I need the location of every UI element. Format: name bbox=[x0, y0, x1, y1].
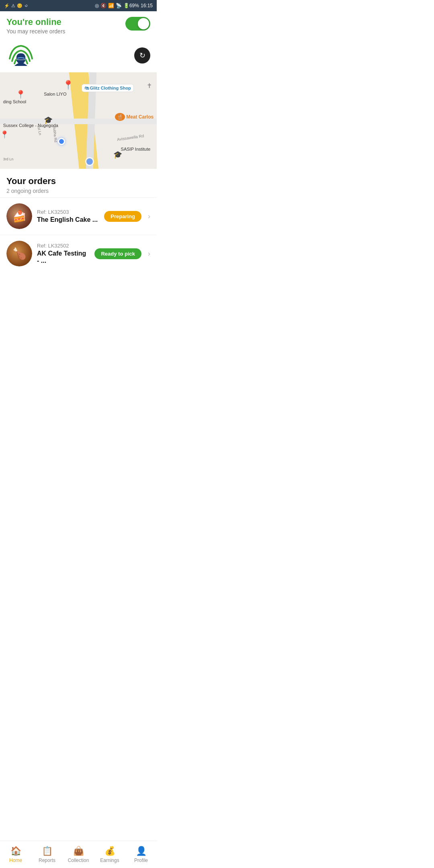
salon-liyo-label: Salon LIYO bbox=[44, 92, 66, 96]
face-icon: 😊 bbox=[17, 3, 23, 8]
refresh-icon: ↻ bbox=[139, 51, 145, 60]
orders-subtitle: 2 ongoing orders bbox=[6, 188, 150, 194]
order-image-2: 🍗 bbox=[6, 241, 32, 266]
current-location-dot bbox=[58, 138, 65, 145]
order-info-2: Ref: LK32502 AK Cafe Testing - ... bbox=[37, 243, 90, 264]
orders-section: Your orders 2 ongoing orders bbox=[0, 169, 157, 197]
toggle-knob bbox=[138, 18, 149, 29]
order-ref-1: Ref: LK32503 bbox=[37, 209, 99, 215]
meat-carlos-label: 🍴 Meat Carlos bbox=[115, 113, 154, 121]
order-arrow-1[interactable]: › bbox=[148, 212, 150, 221]
refresh-button[interactable]: ↻ bbox=[134, 47, 150, 63]
location-icon: ◎ bbox=[95, 3, 99, 8]
header-row2: ↻ bbox=[0, 39, 157, 72]
order-arrow-2[interactable]: › bbox=[148, 250, 150, 258]
orders-title: Your orders bbox=[6, 176, 150, 186]
warning-icon: ⚠ bbox=[11, 3, 15, 8]
status-bar: ⚡ ⚠ 😊 ꩜ ◎ 🔇 📶 📡 🔋69% 16:15 bbox=[0, 0, 157, 11]
status-right-icons: ◎ 🔇 📶 📡 🔋69% 16:15 bbox=[95, 3, 153, 8]
status-left-icons: ⚡ ⚠ 😊 ꩜ bbox=[4, 3, 29, 8]
map-background: Salon LIYO ding School Sussex College - … bbox=[0, 72, 157, 169]
signal-rings-icon bbox=[6, 39, 35, 68]
order-name-2: AK Cafe Testing - ... bbox=[37, 250, 90, 264]
food-image-cake: 🍰 bbox=[6, 203, 32, 229]
usb-icon: ⚡ bbox=[4, 3, 10, 8]
order-info-1: Ref: LK32503 The English Cake ... bbox=[37, 209, 99, 223]
cap-pin: 🎓 bbox=[44, 116, 53, 125]
order-name-1: The English Cake ... bbox=[37, 216, 99, 223]
order-status-2[interactable]: Ready to pick bbox=[94, 248, 141, 259]
toggle-container[interactable] bbox=[125, 17, 150, 31]
order-status-1[interactable]: Preparing bbox=[104, 211, 141, 222]
subha-rd-label: Subha Rd bbox=[52, 126, 57, 142]
glitz-icon: 🛍 bbox=[84, 86, 89, 90]
third-ln-label: 3rd Ln bbox=[3, 157, 14, 161]
secondary-location-dot bbox=[85, 157, 94, 166]
online-toggle[interactable] bbox=[125, 17, 150, 31]
avissawella-label: Avissawella Rd bbox=[117, 133, 144, 141]
food-image-cafe: 🍗 bbox=[6, 241, 32, 266]
map-pin-top: 📍 bbox=[63, 80, 74, 90]
battery-icon: 🔋69% bbox=[123, 3, 139, 8]
map-pin-left: 📍 bbox=[16, 90, 26, 99]
order-card-1[interactable]: 🍰 Ref: LK32503 The English Cake ... Prep… bbox=[0, 197, 157, 235]
online-status-left: You're online You may receive orders bbox=[6, 17, 66, 35]
fingerprint-icon: ꩜ bbox=[24, 3, 29, 8]
online-subtitle: You may receive orders bbox=[6, 28, 66, 35]
order-card-2[interactable]: 🍗 Ref: LK32502 AK Cafe Testing - ... Rea… bbox=[0, 235, 157, 272]
glitz-label: 🛍 Glitz Clothing Shop bbox=[82, 84, 134, 92]
food-marker-icon: 🍴 bbox=[115, 113, 125, 121]
map-container[interactable]: Salon LIYO ding School Sussex College - … bbox=[0, 72, 157, 169]
cross-icon: ✝ bbox=[147, 82, 152, 90]
order-image-1: 🍰 bbox=[6, 203, 32, 229]
mute-icon: 🔇 bbox=[100, 3, 106, 8]
sasip-label: SASIP Institute bbox=[121, 147, 151, 151]
signal-icon: 📡 bbox=[116, 3, 122, 8]
online-title: You're online bbox=[6, 17, 66, 27]
graduation-pin: 🎓 bbox=[113, 150, 122, 159]
time-display: 16:15 bbox=[141, 3, 153, 8]
riding-school-label: ding School bbox=[3, 99, 27, 104]
order-ref-2: Ref: LK32502 bbox=[37, 243, 90, 249]
wifi-icon: 📶 bbox=[108, 3, 114, 8]
rider-icon bbox=[6, 39, 35, 68]
map-pin-bottom-left: 📍 bbox=[0, 130, 9, 139]
bottom-spacer bbox=[0, 272, 157, 304]
header: You're online You may receive orders bbox=[0, 11, 157, 39]
